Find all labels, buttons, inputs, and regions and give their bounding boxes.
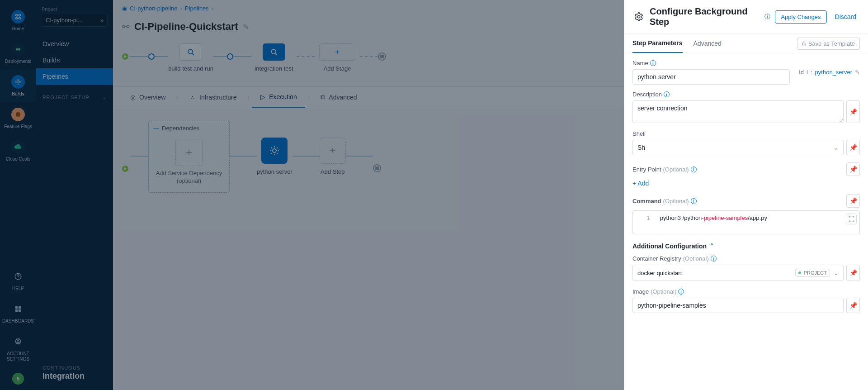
chevron-down-icon: ⌄ — [834, 270, 839, 276]
svg-rect-11 — [15, 309, 18, 312]
add-step-label: Add Step — [321, 168, 345, 175]
nav-help[interactable]: HELP — [0, 264, 36, 297]
sidebar-link-overview[interactable]: Overview — [36, 36, 113, 52]
tab-advanced-params[interactable]: Advanced — [693, 34, 722, 52]
dependencies-title: Dependencies — [162, 125, 199, 132]
step-python-server[interactable] — [261, 138, 288, 164]
tab-sep-icon: › — [308, 94, 310, 101]
shell-label: Shell — [632, 130, 646, 137]
add-step-button[interactable]: + — [320, 138, 346, 164]
name-input[interactable] — [632, 69, 790, 85]
info-icon[interactable]: i — [807, 69, 808, 76]
svg-point-13 — [17, 341, 19, 343]
discard-button[interactable]: Discard — [831, 10, 860, 23]
breadcrumb-1[interactable]: Pipelines — [185, 5, 209, 12]
info-icon[interactable]: i — [678, 289, 684, 295]
cmd-part-c: /app.py — [748, 214, 767, 221]
nav-builds[interactable]: Builds — [0, 70, 36, 102]
add-entry-button[interactable]: + Add — [632, 180, 649, 187]
project-label: Project — [42, 6, 108, 12]
exec-start-node[interactable] — [122, 166, 128, 172]
tab-overview[interactable]: ◎ Overview — [122, 87, 174, 107]
panel-info-icon[interactable]: ⓘ — [764, 13, 770, 21]
info-icon[interactable]: i — [711, 256, 717, 262]
sidebar-link-pipelines[interactable]: Pipelines — [36, 68, 113, 85]
svg-rect-9 — [15, 306, 18, 309]
stage-integration[interactable] — [263, 43, 285, 61]
image-input[interactable] — [632, 298, 844, 313]
add-dependency-button[interactable]: + — [175, 139, 203, 166]
entry-optional: (Optional) — [663, 166, 689, 173]
project-select[interactable]: CI-python-pi... » — [42, 14, 108, 27]
pin-button[interactable]: 📌 — [846, 298, 860, 313]
stage-build-test[interactable] — [179, 43, 202, 61]
svg-rect-12 — [19, 309, 21, 312]
status-dot-icon — [798, 271, 801, 274]
svg-point-4 — [16, 48, 18, 50]
add-stage-label: Add Stage — [324, 65, 351, 73]
nav-dashboards[interactable]: DASHBOARDS — [0, 297, 36, 329]
breadcrumb-sep: › — [212, 5, 213, 12]
pin-button[interactable]: 📌 — [846, 140, 860, 155]
help-icon — [11, 270, 25, 283]
breadcrumb-sep: › — [180, 5, 182, 12]
nav-account[interactable]: ACCOUNT SETTINGS — [0, 329, 36, 367]
edit-title-icon[interactable]: ✎ — [243, 23, 249, 31]
svg-point-2 — [16, 17, 18, 19]
edit-id-icon[interactable]: ✎ — [855, 69, 860, 76]
tab-infrastructure[interactable]: ⛬ Infrastructure — [181, 87, 245, 107]
nav-help-label: HELP — [12, 286, 24, 291]
line-number: 1 — [637, 214, 650, 221]
save-as-template-button[interactable]: ⎙ Save as Template — [797, 38, 860, 50]
breadcrumb-0[interactable]: CI-python-pipeline — [130, 5, 178, 12]
info-icon[interactable]: i — [691, 166, 697, 172]
command-editor[interactable]: 1 python3 /python-pipeline-samples/app.p… — [632, 210, 860, 234]
tab-step-parameters[interactable]: Step Parameters — [632, 34, 683, 53]
svg-point-16 — [273, 149, 276, 152]
tab-sep-icon: › — [176, 94, 179, 101]
tab-overview-label: Overview — [139, 94, 165, 101]
pin-button[interactable]: 📌 — [846, 162, 860, 176]
start-node[interactable] — [122, 53, 128, 60]
flags-icon — [11, 108, 25, 121]
pipeline-icon: ⚯ — [122, 21, 130, 32]
nav-ff-label: Feature Flags — [4, 124, 32, 129]
nav-cloud-costs[interactable]: Cloud Costs — [0, 135, 36, 167]
pin-button[interactable]: 📌 — [846, 100, 860, 123]
nav-builds-label: Builds — [12, 91, 24, 97]
user-initial: 5 — [17, 376, 19, 381]
nav-user[interactable]: 5 — [0, 367, 36, 390]
pin-button[interactable]: 📌 — [846, 265, 860, 281]
template-icon: ⎙ — [802, 40, 806, 47]
nav-deployments[interactable]: Deployments — [0, 37, 36, 70]
additional-config-toggle[interactable]: Additional Configuration ˄ — [632, 243, 860, 250]
tab-execution[interactable]: ▷ Execution — [252, 87, 305, 108]
exec-end-node — [373, 164, 381, 172]
id-label: Id — [799, 69, 804, 76]
nav-cc-label: Cloud Costs — [6, 157, 30, 162]
apply-changes-button[interactable]: Apply Changes — [775, 10, 826, 24]
nav-home[interactable]: Home — [0, 5, 36, 37]
info-icon[interactable]: i — [650, 60, 656, 66]
expand-editor-button[interactable]: ⛶ — [846, 214, 857, 224]
exec-icon: ▷ — [260, 93, 265, 100]
minus-icon[interactable]: — — [153, 125, 159, 132]
tab-exec-label: Execution — [269, 93, 297, 100]
add-stage-button[interactable]: + — [319, 43, 355, 61]
nav-feature-flags[interactable]: Feature Flags — [0, 102, 36, 135]
shell-select[interactable]: Sh ⌄ — [632, 140, 844, 155]
project-sidebar: Project CI-python-pi... » Overview Build… — [36, 0, 113, 390]
info-icon[interactable]: i — [691, 198, 697, 204]
tab-advanced[interactable]: ⧉ Advanced — [312, 87, 365, 107]
pin-button[interactable]: 📌 — [846, 194, 860, 208]
info-icon[interactable]: i — [664, 91, 670, 97]
pipeline-title: CI-Pipeline-Quickstart — [134, 21, 238, 33]
project-setup-toggle[interactable]: PROJECT SETUP ⌄ — [36, 85, 113, 104]
infra-icon: ⛬ — [189, 94, 196, 101]
description-input[interactable] — [632, 100, 844, 123]
scope-pill: PROJECT — [795, 269, 830, 277]
gear-icon — [11, 335, 25, 348]
stage-build-label: build test and run — [168, 65, 213, 73]
sidebar-link-builds[interactable]: Builds — [36, 52, 113, 68]
registry-select[interactable]: docker quickstart PROJECT ⌄ — [632, 265, 844, 281]
